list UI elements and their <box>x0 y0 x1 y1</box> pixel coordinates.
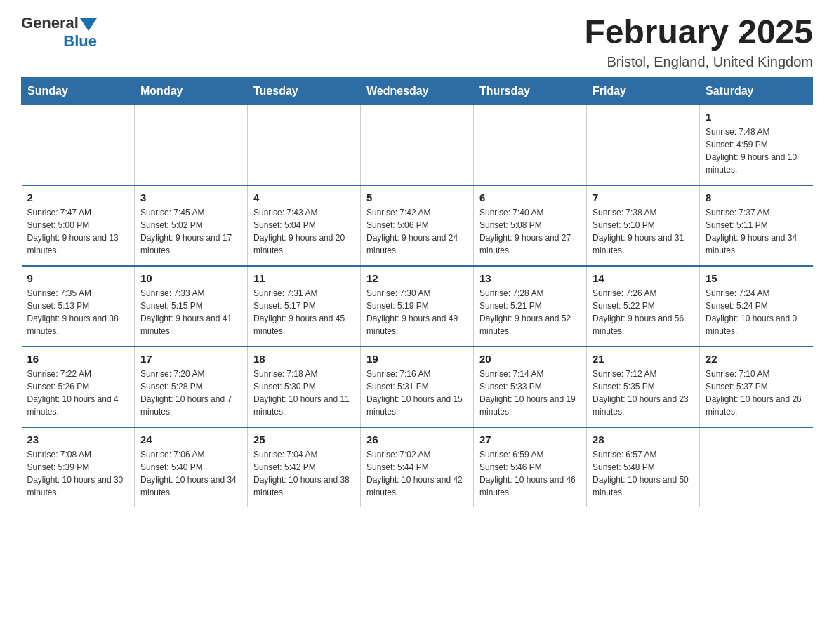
day-info: Sunrise: 7:04 AM Sunset: 5:42 PM Dayligh… <box>253 448 355 499</box>
day-number: 13 <box>479 272 581 284</box>
calendar-cell <box>22 105 135 185</box>
calendar-cell: 25Sunrise: 7:04 AM Sunset: 5:42 PM Dayli… <box>248 427 361 507</box>
calendar-table: SundayMondayTuesdayWednesdayThursdayFrid… <box>21 77 813 507</box>
day-number: 19 <box>366 353 468 365</box>
week-row-1: 1Sunrise: 7:48 AM Sunset: 4:59 PM Daylig… <box>22 105 813 185</box>
calendar-cell <box>587 105 700 185</box>
calendar-cell: 2Sunrise: 7:47 AM Sunset: 5:00 PM Daylig… <box>22 185 135 266</box>
day-info: Sunrise: 7:18 AM Sunset: 5:30 PM Dayligh… <box>253 368 355 418</box>
calendar-cell: 23Sunrise: 7:08 AM Sunset: 5:39 PM Dayli… <box>22 427 135 507</box>
weekday-header-monday: Monday <box>135 77 248 105</box>
calendar-cell: 9Sunrise: 7:35 AM Sunset: 5:13 PM Daylig… <box>22 266 135 347</box>
day-info: Sunrise: 7:37 AM Sunset: 5:11 PM Dayligh… <box>706 206 807 257</box>
calendar-cell: 3Sunrise: 7:45 AM Sunset: 5:02 PM Daylig… <box>135 185 248 266</box>
calendar-cell: 20Sunrise: 7:14 AM Sunset: 5:33 PM Dayli… <box>474 347 587 427</box>
logo-triangle-icon <box>80 18 97 31</box>
day-info: Sunrise: 7:24 AM Sunset: 5:24 PM Dayligh… <box>706 287 807 337</box>
week-row-3: 9Sunrise: 7:35 AM Sunset: 5:13 PM Daylig… <box>22 266 813 347</box>
day-info: Sunrise: 7:06 AM Sunset: 5:40 PM Dayligh… <box>140 448 241 499</box>
calendar-cell: 14Sunrise: 7:26 AM Sunset: 5:22 PM Dayli… <box>587 266 700 347</box>
weekday-header-saturday: Saturday <box>700 77 813 105</box>
day-number: 27 <box>479 434 581 445</box>
calendar-cell: 18Sunrise: 7:18 AM Sunset: 5:30 PM Dayli… <box>248 347 361 427</box>
calendar-cell: 13Sunrise: 7:28 AM Sunset: 5:21 PM Dayli… <box>474 266 587 347</box>
calendar-cell: 16Sunrise: 7:22 AM Sunset: 5:26 PM Dayli… <box>22 347 135 427</box>
calendar-cell <box>248 105 361 185</box>
day-number: 25 <box>253 434 355 445</box>
day-number: 3 <box>140 192 241 203</box>
day-info: Sunrise: 7:35 AM Sunset: 5:13 PM Dayligh… <box>27 287 129 337</box>
logo-general-text: General <box>21 14 79 32</box>
day-number: 22 <box>706 353 807 365</box>
week-row-4: 16Sunrise: 7:22 AM Sunset: 5:26 PM Dayli… <box>22 347 813 427</box>
day-number: 4 <box>253 192 355 203</box>
calendar-cell: 6Sunrise: 7:40 AM Sunset: 5:08 PM Daylig… <box>474 185 587 266</box>
calendar-cell <box>474 105 587 185</box>
day-number: 23 <box>27 434 129 445</box>
calendar-cell <box>361 105 474 185</box>
calendar-cell: 15Sunrise: 7:24 AM Sunset: 5:24 PM Dayli… <box>700 266 813 347</box>
calendar-cell: 26Sunrise: 7:02 AM Sunset: 5:44 PM Dayli… <box>361 427 474 507</box>
calendar-cell: 12Sunrise: 7:30 AM Sunset: 5:19 PM Dayli… <box>361 266 474 347</box>
day-number: 2 <box>27 192 129 203</box>
day-info: Sunrise: 7:48 AM Sunset: 4:59 PM Dayligh… <box>706 126 807 176</box>
calendar-cell: 8Sunrise: 7:37 AM Sunset: 5:11 PM Daylig… <box>700 185 813 266</box>
day-number: 14 <box>593 272 694 284</box>
day-number: 20 <box>479 353 581 365</box>
calendar-cell: 28Sunrise: 6:57 AM Sunset: 5:48 PM Dayli… <box>587 427 700 507</box>
calendar-cell: 27Sunrise: 6:59 AM Sunset: 5:46 PM Dayli… <box>474 427 587 507</box>
day-info: Sunrise: 7:08 AM Sunset: 5:39 PM Dayligh… <box>27 448 129 499</box>
day-info: Sunrise: 7:02 AM Sunset: 5:44 PM Dayligh… <box>366 448 468 499</box>
day-info: Sunrise: 7:10 AM Sunset: 5:37 PM Dayligh… <box>706 368 807 418</box>
calendar-cell <box>135 105 248 185</box>
weekday-header-friday: Friday <box>587 77 700 105</box>
week-row-5: 23Sunrise: 7:08 AM Sunset: 5:39 PM Dayli… <box>22 427 813 507</box>
day-info: Sunrise: 6:59 AM Sunset: 5:46 PM Dayligh… <box>479 448 581 499</box>
day-number: 26 <box>366 434 468 445</box>
calendar-cell: 11Sunrise: 7:31 AM Sunset: 5:17 PM Dayli… <box>248 266 361 347</box>
day-info: Sunrise: 7:42 AM Sunset: 5:06 PM Dayligh… <box>366 206 468 257</box>
day-info: Sunrise: 7:45 AM Sunset: 5:02 PM Dayligh… <box>140 206 241 257</box>
day-number: 16 <box>27 353 129 365</box>
calendar-cell: 7Sunrise: 7:38 AM Sunset: 5:10 PM Daylig… <box>587 185 700 266</box>
logo-blue-text: Blue <box>63 32 97 51</box>
day-info: Sunrise: 7:28 AM Sunset: 5:21 PM Dayligh… <box>479 287 581 337</box>
day-info: Sunrise: 7:38 AM Sunset: 5:10 PM Dayligh… <box>593 206 694 257</box>
day-number: 28 <box>593 434 694 445</box>
logo: General Blue <box>21 14 97 51</box>
day-number: 12 <box>366 272 468 284</box>
day-info: Sunrise: 7:33 AM Sunset: 5:15 PM Dayligh… <box>140 287 241 337</box>
week-row-2: 2Sunrise: 7:47 AM Sunset: 5:00 PM Daylig… <box>22 185 813 266</box>
day-info: Sunrise: 6:57 AM Sunset: 5:48 PM Dayligh… <box>593 448 694 499</box>
day-number: 7 <box>593 192 694 203</box>
calendar-cell: 19Sunrise: 7:16 AM Sunset: 5:31 PM Dayli… <box>361 347 474 427</box>
day-number: 18 <box>253 353 355 365</box>
day-number: 8 <box>706 192 807 203</box>
weekday-header-row: SundayMondayTuesdayWednesdayThursdayFrid… <box>22 77 813 105</box>
day-info: Sunrise: 7:16 AM Sunset: 5:31 PM Dayligh… <box>366 368 468 418</box>
day-number: 24 <box>140 434 241 445</box>
day-info: Sunrise: 7:22 AM Sunset: 5:26 PM Dayligh… <box>27 368 129 418</box>
title-area: February 2025 Bristol, England, United K… <box>584 14 813 70</box>
day-info: Sunrise: 7:31 AM Sunset: 5:17 PM Dayligh… <box>253 287 355 337</box>
weekday-header-sunday: Sunday <box>22 77 135 105</box>
day-info: Sunrise: 7:12 AM Sunset: 5:35 PM Dayligh… <box>593 368 694 418</box>
day-info: Sunrise: 7:40 AM Sunset: 5:08 PM Dayligh… <box>479 206 581 257</box>
weekday-header-thursday: Thursday <box>474 77 587 105</box>
day-number: 1 <box>706 111 807 123</box>
day-number: 11 <box>253 272 355 284</box>
calendar-cell: 10Sunrise: 7:33 AM Sunset: 5:15 PM Dayli… <box>135 266 248 347</box>
weekday-header-tuesday: Tuesday <box>248 77 361 105</box>
page-header: General Blue February 2025 Bristol, Engl… <box>21 14 813 70</box>
calendar-cell: 24Sunrise: 7:06 AM Sunset: 5:40 PM Dayli… <box>135 427 248 507</box>
month-title: February 2025 <box>584 14 813 51</box>
day-info: Sunrise: 7:43 AM Sunset: 5:04 PM Dayligh… <box>253 206 355 257</box>
day-number: 21 <box>593 353 694 365</box>
calendar-cell: 22Sunrise: 7:10 AM Sunset: 5:37 PM Dayli… <box>700 347 813 427</box>
calendar-cell: 1Sunrise: 7:48 AM Sunset: 4:59 PM Daylig… <box>700 105 813 185</box>
day-info: Sunrise: 7:20 AM Sunset: 5:28 PM Dayligh… <box>140 368 241 418</box>
weekday-header-wednesday: Wednesday <box>361 77 474 105</box>
location-text: Bristol, England, United Kingdom <box>584 54 813 70</box>
day-info: Sunrise: 7:26 AM Sunset: 5:22 PM Dayligh… <box>593 287 694 337</box>
calendar-cell <box>700 427 813 507</box>
